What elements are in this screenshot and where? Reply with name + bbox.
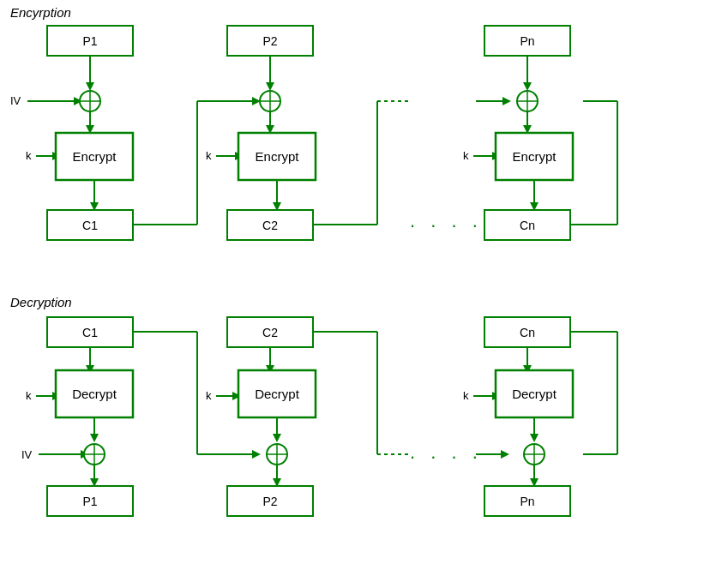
enc1-p1-arrow: [86, 82, 94, 91]
dec1-feedback-arrow2: [252, 450, 261, 459]
enc1-encrypt-label: Encrypt: [73, 149, 117, 164]
dec1-dec-arrow: [90, 434, 99, 442]
dec3-decrypt-label: Decrypt: [512, 387, 557, 401]
enc2-k-label: k: [206, 149, 212, 162]
dec2-decrypt-label: Decrypt: [255, 387, 300, 401]
enc-iv-label: IV: [10, 94, 21, 107]
enc-c2-label: C2: [262, 219, 278, 232]
dec2-dec-arrow: [273, 434, 281, 442]
dec-pn-label: Pn: [520, 495, 534, 508]
dec-iv-label: IV: [21, 448, 33, 461]
enc3-pn-arrow: [523, 82, 532, 91]
enc-dots: · · · ·: [410, 214, 483, 236]
dec3-dec-arrow: [530, 434, 538, 442]
enc-p1-label: P1: [82, 34, 97, 48]
dec-p1-label: P1: [82, 495, 97, 508]
enc3-feedback-arrow: [502, 97, 511, 105]
decryption-label: Decryption: [10, 295, 72, 309]
dec-c1-label: C1: [82, 326, 98, 339]
dec3-feedback-arrow: [501, 450, 509, 459]
enc2-p2-arrow: [266, 82, 274, 91]
encryption-label: Encyrption: [10, 5, 71, 20]
dec-cn-label: Cn: [520, 326, 535, 339]
dec3-k-label: k: [463, 389, 469, 402]
dec1-decrypt-label: Decrypt: [72, 387, 117, 401]
dec1-k-label: k: [26, 389, 32, 402]
enc3-k-label: k: [463, 149, 469, 162]
dec-p2-label: P2: [262, 495, 277, 508]
enc-c1-label: C1: [82, 219, 98, 232]
enc-pn-label: Pn: [520, 34, 534, 48]
enc1-k-label: k: [26, 149, 32, 162]
enc3-encrypt-label: Encrypt: [513, 149, 557, 164]
dec-c2-label: C2: [262, 326, 278, 339]
enc-cn-label: Cn: [520, 219, 535, 232]
dec-dots: · · · ·: [410, 446, 483, 467]
enc-p2-label: P2: [262, 34, 277, 48]
enc2-encrypt-label: Encrypt: [256, 149, 300, 164]
dec2-k-label: k: [206, 389, 212, 402]
